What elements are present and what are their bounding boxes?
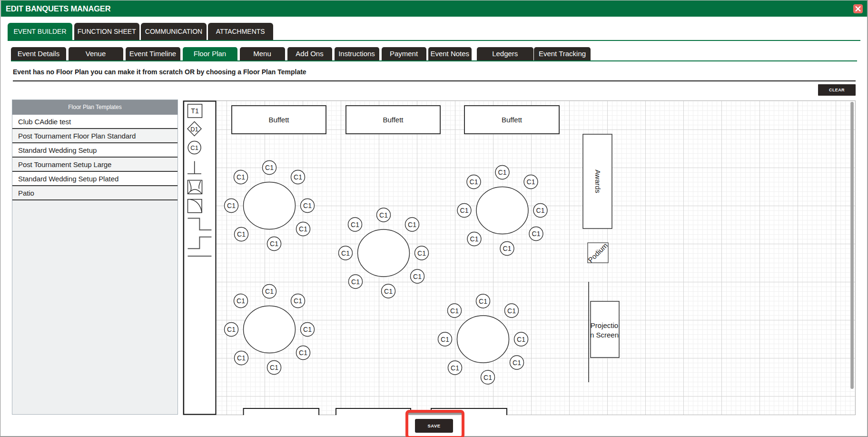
svg-text:C1: C1 bbox=[507, 307, 516, 315]
svg-text:C1: C1 bbox=[517, 336, 525, 343]
svg-text:C1: C1 bbox=[451, 364, 459, 372]
svg-text:C1: C1 bbox=[351, 278, 360, 286]
svg-text:C1: C1 bbox=[503, 245, 512, 252]
svg-text:C1: C1 bbox=[227, 202, 236, 209]
svg-text:C1: C1 bbox=[532, 230, 541, 238]
svg-text:C1: C1 bbox=[470, 178, 478, 186]
svg-text:C1: C1 bbox=[384, 288, 393, 295]
svg-text:C1: C1 bbox=[450, 307, 459, 315]
svg-text:C1: C1 bbox=[479, 298, 487, 305]
svg-text:C1: C1 bbox=[237, 354, 246, 362]
svg-text:D1: D1 bbox=[190, 126, 198, 133]
svg-text:Buffett: Buffett bbox=[383, 116, 404, 124]
svg-text:C1: C1 bbox=[299, 225, 307, 233]
svg-text:C1: C1 bbox=[413, 273, 422, 280]
svg-text:C1: C1 bbox=[483, 374, 492, 381]
svg-text:C1: C1 bbox=[341, 249, 350, 257]
svg-text:C1: C1 bbox=[227, 326, 236, 333]
svg-text:C1: C1 bbox=[294, 173, 302, 181]
svg-text:C1: C1 bbox=[237, 297, 245, 305]
svg-text:C1: C1 bbox=[470, 235, 479, 243]
svg-text:Buffett: Buffett bbox=[502, 116, 523, 124]
svg-text:C1: C1 bbox=[270, 240, 278, 248]
svg-text:C1: C1 bbox=[237, 230, 246, 238]
svg-text:C1: C1 bbox=[237, 173, 245, 181]
svg-text:C1: C1 bbox=[498, 169, 507, 176]
svg-text:C1: C1 bbox=[460, 207, 469, 214]
svg-text:Awards: Awards bbox=[594, 169, 602, 193]
svg-text:C1: C1 bbox=[294, 297, 302, 305]
svg-text:n Screen: n Screen bbox=[590, 331, 619, 339]
svg-text:C1: C1 bbox=[190, 144, 198, 151]
svg-text:Buffett: Buffett bbox=[268, 116, 289, 124]
svg-text:C1: C1 bbox=[417, 249, 426, 257]
svg-text:C1: C1 bbox=[270, 364, 278, 371]
svg-text:C1: C1 bbox=[441, 336, 449, 343]
svg-text:C1: C1 bbox=[265, 164, 274, 171]
svg-text:T1: T1 bbox=[191, 107, 199, 115]
svg-text:C1: C1 bbox=[408, 221, 416, 228]
svg-text:C1: C1 bbox=[513, 359, 521, 367]
svg-text:C1: C1 bbox=[536, 207, 545, 214]
svg-text:Projectio: Projectio bbox=[591, 321, 618, 329]
svg-text:C1: C1 bbox=[303, 202, 312, 209]
svg-text:C1: C1 bbox=[379, 211, 388, 219]
svg-text:C1: C1 bbox=[265, 288, 274, 295]
svg-text:C1: C1 bbox=[303, 326, 312, 333]
svg-text:C1: C1 bbox=[299, 349, 307, 357]
svg-text:C1: C1 bbox=[351, 221, 359, 228]
svg-text:C1: C1 bbox=[527, 178, 535, 186]
